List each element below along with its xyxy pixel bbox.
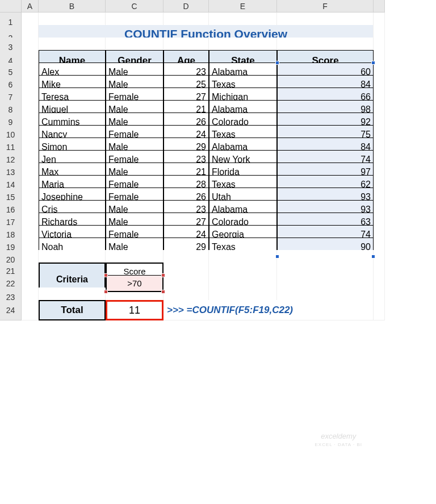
blank-cell (374, 300, 385, 320)
col-header-B[interactable]: B (39, 0, 106, 13)
criteria-handle[interactable] (104, 290, 108, 294)
spreadsheet-grid[interactable]: ABCDEF12COUNTIF Function Overview34NameG… (0, 0, 436, 313)
selection-handle[interactable] (275, 61, 279, 65)
selection-handle[interactable] (371, 255, 375, 259)
blank-cell (22, 300, 39, 320)
col-header-C[interactable]: C (106, 0, 164, 13)
col-header-D[interactable]: D (164, 0, 209, 13)
total-value[interactable]: 11 (106, 300, 164, 320)
col-header-F[interactable]: F (277, 0, 374, 13)
criteria-handle[interactable] (161, 290, 165, 294)
select-all-corner[interactable] (0, 0, 22, 13)
col-header-blank (374, 0, 385, 13)
watermark: exceldemy EXCEL · DATA · BI (315, 432, 362, 447)
criteria-value[interactable]: >70 (106, 275, 164, 292)
selection-handle[interactable] (371, 61, 375, 65)
criteria-handle[interactable] (104, 273, 108, 277)
total-label: Total (39, 300, 106, 320)
row-header-24[interactable]: 24 (0, 300, 22, 320)
formula-text: >>> =COUNTIF(F5:F19,C22) (164, 300, 374, 320)
selection-handle[interactable] (275, 255, 279, 259)
criteria-handle[interactable] (161, 273, 165, 277)
col-header-E[interactable]: E (209, 0, 277, 13)
col-header-A[interactable]: A (22, 0, 39, 13)
watermark-text: exceldemy (321, 432, 356, 440)
watermark-sub: EXCEL · DATA · BI (315, 442, 362, 447)
